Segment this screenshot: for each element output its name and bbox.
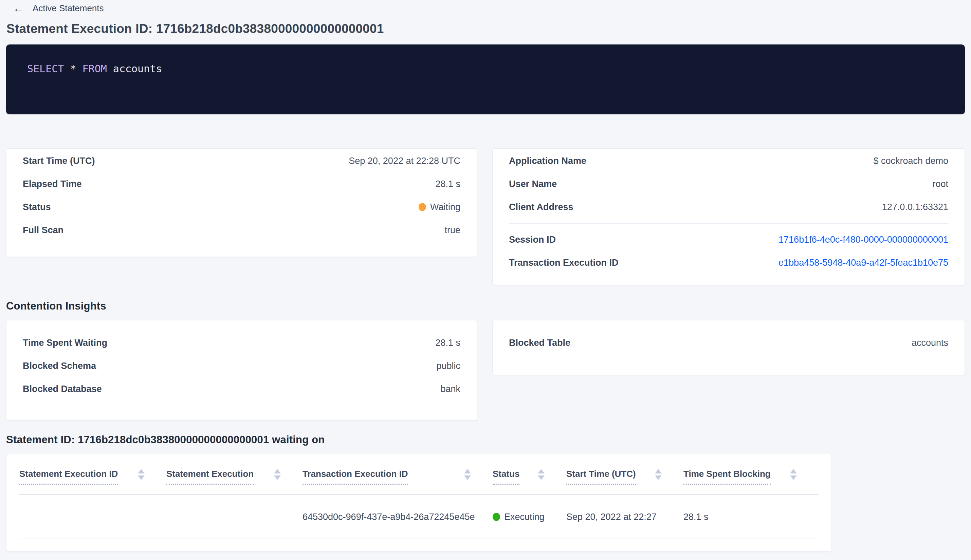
card-row-session-id: Session ID 1716b1f6-4e0c-f480-0000-00000… bbox=[493, 228, 964, 251]
column-header-statement-execution-id[interactable]: Statement Execution ID bbox=[19, 464, 166, 485]
application-name-label: Application Name bbox=[509, 156, 586, 166]
contention-insights-heading: Contention Insights bbox=[6, 300, 106, 312]
column-header-label: Time Spent Blocking bbox=[684, 469, 771, 485]
start-time-label: Start Time (UTC) bbox=[23, 156, 95, 166]
table-row: 64530d0c-969f-437e-a9b4-26a72245e45e Exe… bbox=[19, 495, 819, 539]
arrow-left-icon: ← bbox=[13, 3, 24, 13]
application-name-value: $ cockroach demo bbox=[873, 156, 948, 166]
card-row-time-spent-waiting: Time Spent Waiting 28.1 s bbox=[7, 331, 477, 354]
card-row-transaction-execution-id: Transaction Execution ID e1bba458-5948-4… bbox=[493, 251, 964, 274]
sort-arrows-icon bbox=[464, 469, 471, 480]
blocked-table-value: accounts bbox=[912, 338, 948, 348]
status-label: Status bbox=[23, 202, 51, 212]
waiting-on-table: Statement Execution ID Statement Executi… bbox=[6, 454, 832, 552]
column-header-start-time[interactable]: Start Time (UTC) bbox=[566, 464, 684, 485]
column-header-transaction-execution-id[interactable]: Transaction Execution ID bbox=[302, 464, 493, 485]
elapsed-time-label: Elapsed Time bbox=[23, 179, 82, 189]
sql-keyword: FROM bbox=[82, 63, 107, 75]
contention-details-card: Time Spent Waiting 28.1 s Blocked Schema… bbox=[6, 320, 477, 420]
time-spent-waiting-label: Time Spent Waiting bbox=[23, 338, 107, 348]
sort-arrows-icon bbox=[655, 469, 662, 480]
blocked-database-label: Blocked Database bbox=[23, 384, 102, 394]
transaction-execution-id-label: Transaction Execution ID bbox=[509, 258, 619, 268]
sql-statement-box: SELECT * FROM accounts bbox=[6, 45, 965, 114]
executing-status-dot-icon bbox=[493, 513, 500, 521]
back-to-active-statements-link[interactable]: ← Active Statements bbox=[13, 3, 104, 13]
start-time-value: Sep 20, 2022 at 22:28 UTC bbox=[349, 156, 460, 166]
card-row-blocked-table: Blocked Table accounts bbox=[493, 331, 964, 354]
session-id-label: Session ID bbox=[509, 235, 556, 245]
transaction-execution-id-link[interactable]: e1bba458-5948-40a9-a42f-5feac1b10e75 bbox=[779, 258, 948, 268]
status-text: Waiting bbox=[430, 202, 460, 212]
card-row-application-name: Application Name $ cockroach demo bbox=[493, 149, 964, 172]
card-row-blocked-schema: Blocked Schema public bbox=[7, 354, 477, 377]
column-header-statement-execution[interactable]: Statement Execution bbox=[166, 464, 302, 485]
column-header-label: Statement Execution bbox=[166, 469, 254, 485]
blocked-schema-value: public bbox=[436, 361, 460, 371]
full-scan-label: Full Scan bbox=[23, 225, 63, 235]
column-header-label: Statement Execution ID bbox=[19, 469, 118, 485]
sort-arrows-icon bbox=[790, 469, 797, 480]
sql-keyword: SELECT bbox=[27, 63, 64, 75]
user-name-label: User Name bbox=[509, 179, 557, 189]
waiting-status-dot-icon bbox=[419, 203, 426, 211]
table-header-row: Statement Execution ID Statement Executi… bbox=[19, 454, 819, 495]
card-row-blocked-database: Blocked Database bank bbox=[7, 377, 477, 400]
session-details-card: Application Name $ cockroach demo User N… bbox=[492, 148, 965, 285]
status-value: Waiting bbox=[419, 202, 460, 212]
page-title: Statement Execution ID: 1716b218dc0b3838… bbox=[7, 22, 384, 36]
card-row-client-address: Client Address 127.0.0.1:63321 bbox=[493, 195, 964, 218]
card-row-start-time: Start Time (UTC) Sep 20, 2022 at 22:28 U… bbox=[7, 149, 477, 172]
waiting-on-heading: Statement ID: 1716b218dc0b38380000000000… bbox=[6, 434, 325, 446]
cell-start-time: Sep 20, 2022 at 22:27 bbox=[566, 512, 684, 522]
sql-text: * bbox=[64, 63, 82, 75]
sort-arrows-icon bbox=[138, 469, 145, 480]
sql-statement-text: SELECT * FROM accounts bbox=[27, 63, 944, 75]
card-row-status: Status Waiting bbox=[7, 195, 477, 218]
status-text: Executing bbox=[504, 512, 545, 522]
card-row-full-scan: Full Scan true bbox=[7, 218, 477, 242]
column-header-label: Start Time (UTC) bbox=[566, 469, 636, 485]
column-header-label: Transaction Execution ID bbox=[302, 469, 408, 485]
column-header-label: Status bbox=[493, 469, 519, 485]
client-address-value: 127.0.0.1:63321 bbox=[882, 202, 948, 212]
client-address-label: Client Address bbox=[509, 202, 574, 212]
sql-table-name: accounts bbox=[107, 63, 162, 75]
sort-arrows-icon bbox=[538, 469, 545, 480]
card-row-user-name: User Name root bbox=[493, 172, 964, 195]
card-row-elapsed-time: Elapsed Time 28.1 s bbox=[7, 172, 477, 195]
blocked-database-value: bank bbox=[440, 384, 460, 394]
cell-time-spent-blocking: 28.1 s bbox=[684, 512, 819, 522]
cell-transaction-execution-id: 64530d0c-969f-437e-a9b4-26a72245e45e bbox=[302, 512, 493, 522]
time-spent-waiting-value: 28.1 s bbox=[435, 338, 460, 348]
column-header-status[interactable]: Status bbox=[493, 464, 566, 485]
cell-status: Executing bbox=[493, 512, 566, 522]
full-scan-value: true bbox=[444, 225, 460, 235]
blocked-table-card: Blocked Table accounts bbox=[492, 320, 965, 375]
session-id-link[interactable]: 1716b1f6-4e0c-f480-0000-000000000001 bbox=[779, 235, 948, 245]
column-header-time-spent-blocking[interactable]: Time Spent Blocking bbox=[684, 464, 819, 485]
elapsed-time-value: 28.1 s bbox=[435, 179, 460, 189]
card-divider bbox=[509, 223, 948, 224]
execution-details-card: Start Time (UTC) Sep 20, 2022 at 22:28 U… bbox=[6, 148, 477, 257]
sort-arrows-icon bbox=[274, 469, 281, 480]
blocked-schema-label: Blocked Schema bbox=[23, 361, 96, 371]
back-link-label: Active Statements bbox=[33, 3, 104, 13]
user-name-value: root bbox=[932, 179, 948, 189]
blocked-table-label: Blocked Table bbox=[509, 338, 571, 348]
